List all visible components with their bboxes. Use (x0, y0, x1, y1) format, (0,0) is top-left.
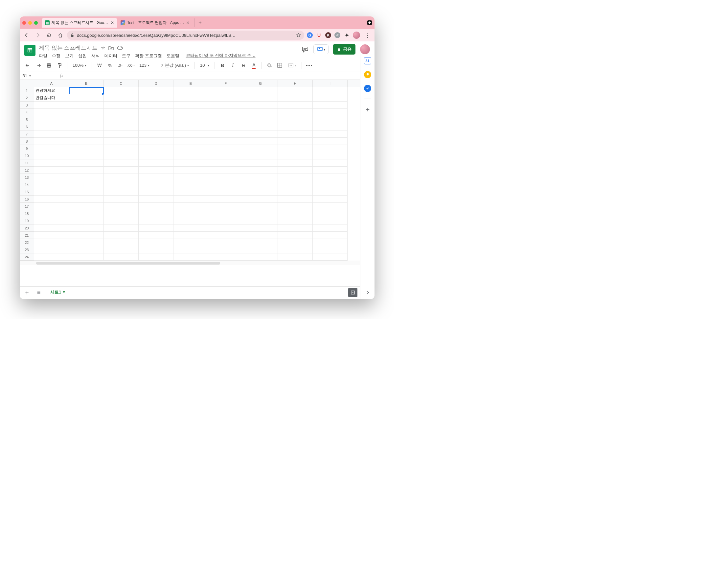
cell[interactable] (208, 181, 243, 188)
cell[interactable] (313, 94, 347, 101)
cell[interactable] (278, 232, 313, 239)
cell[interactable] (69, 225, 104, 232)
hide-sidepanel-button[interactable] (366, 290, 370, 295)
cell[interactable] (139, 217, 173, 225)
cell[interactable] (208, 188, 243, 195)
cell[interactable] (34, 167, 69, 174)
cell[interactable] (69, 109, 104, 116)
undo-button[interactable] (24, 61, 32, 70)
cell[interactable] (243, 246, 278, 253)
format-123-dropdown[interactable]: 123▾ (137, 61, 151, 70)
cell[interactable] (313, 210, 347, 217)
url-omnibox[interactable]: docs.google.com/spreadsheets/d/1eseQaoGy… (67, 30, 304, 40)
cell[interactable] (173, 217, 208, 225)
account-avatar[interactable] (360, 44, 370, 54)
cell[interactable] (34, 131, 69, 138)
cell[interactable] (243, 174, 278, 181)
cell[interactable] (69, 152, 104, 159)
cell[interactable] (243, 109, 278, 116)
cell[interactable] (139, 232, 173, 239)
new-tab-button[interactable]: ＋ (194, 18, 203, 27)
column-header[interactable]: H (278, 80, 313, 87)
cell[interactable] (69, 188, 104, 195)
row-header[interactable]: 17 (20, 203, 34, 210)
cell[interactable] (243, 152, 278, 159)
cell[interactable] (173, 174, 208, 181)
cell[interactable] (69, 101, 104, 109)
column-header[interactable]: A (34, 80, 69, 87)
column-header[interactable]: B (69, 80, 104, 87)
cell[interactable] (243, 232, 278, 239)
cell[interactable] (34, 210, 69, 217)
cell[interactable] (34, 203, 69, 210)
cell[interactable] (104, 116, 139, 123)
cell[interactable] (69, 87, 104, 94)
cell[interactable] (208, 239, 243, 246)
row-header[interactable]: 21 (20, 232, 34, 239)
cell[interactable] (243, 203, 278, 210)
cell[interactable] (139, 116, 173, 123)
cell[interactable] (313, 138, 347, 145)
font-size-dropdown[interactable]: 10▾ (198, 61, 211, 70)
cell[interactable] (173, 94, 208, 101)
cell[interactable] (34, 232, 69, 239)
cell[interactable] (104, 174, 139, 181)
cell[interactable] (243, 239, 278, 246)
cell[interactable]: 안녕하세요 (34, 87, 69, 94)
cell[interactable] (313, 203, 347, 210)
comments-button[interactable] (301, 46, 309, 53)
cell[interactable] (104, 101, 139, 109)
cell[interactable] (69, 232, 104, 239)
cell[interactable] (173, 239, 208, 246)
row-header[interactable]: 5 (20, 116, 34, 123)
tab-appsscript[interactable]: ✦ Test - 프로젝트 편집자 - Apps Sc ✕ (117, 18, 193, 28)
cell[interactable] (34, 138, 69, 145)
cell[interactable] (173, 181, 208, 188)
cell[interactable] (69, 145, 104, 152)
cell[interactable] (208, 94, 243, 101)
cell[interactable] (69, 181, 104, 188)
cell[interactable] (104, 225, 139, 232)
cell[interactable] (139, 195, 173, 203)
cell[interactable] (139, 123, 173, 131)
cell[interactable] (104, 253, 139, 261)
cell[interactable] (34, 152, 69, 159)
brave-shield-icon[interactable] (367, 20, 372, 25)
cell[interactable] (208, 210, 243, 217)
cell[interactable] (69, 94, 104, 101)
cell[interactable] (278, 94, 313, 101)
borders-button[interactable] (276, 61, 284, 70)
cell[interactable] (278, 138, 313, 145)
row-header[interactable]: 8 (20, 138, 34, 145)
cell[interactable] (313, 225, 347, 232)
cell[interactable] (278, 195, 313, 203)
cell[interactable] (139, 109, 173, 116)
cell[interactable] (173, 253, 208, 261)
cell[interactable] (313, 87, 347, 94)
redo-button[interactable] (34, 61, 43, 70)
cell[interactable] (243, 87, 278, 94)
k-extension-icon[interactable]: K (325, 32, 331, 38)
row-header[interactable]: 24 (20, 253, 34, 261)
fullscreen-window-icon[interactable] (34, 21, 38, 25)
cell[interactable] (34, 174, 69, 181)
present-button[interactable]: ▾ (313, 44, 329, 54)
tasks-icon[interactable] (364, 85, 371, 92)
column-header[interactable]: D (139, 80, 173, 87)
cell[interactable] (208, 159, 243, 167)
cell[interactable] (34, 181, 69, 188)
column-header[interactable]: G (243, 80, 278, 87)
cell[interactable] (69, 210, 104, 217)
more-toolbar-button[interactable]: ••• (305, 61, 314, 70)
cell[interactable] (313, 239, 347, 246)
tab-sheets[interactable]: ▦ 제목 없는 스프레드시트 - Google S ✕ (42, 18, 117, 28)
cell[interactable] (104, 94, 139, 101)
row-header[interactable]: 7 (20, 131, 34, 138)
cell[interactable] (313, 159, 347, 167)
increase-decimal-button[interactable]: .00→ (127, 61, 135, 70)
cell[interactable] (243, 195, 278, 203)
cell[interactable] (313, 188, 347, 195)
cell[interactable] (243, 253, 278, 261)
cell[interactable] (243, 167, 278, 174)
cell[interactable] (139, 94, 173, 101)
